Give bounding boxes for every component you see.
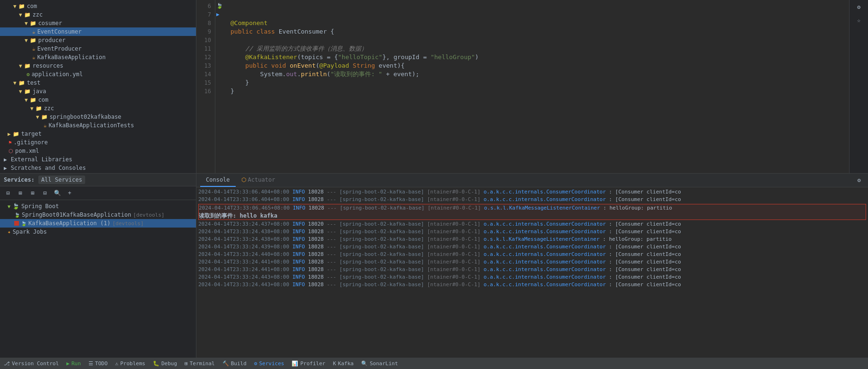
- tree-item-gitignore[interactable]: ⚑ .gitignore: [0, 138, 196, 147]
- folder-expand-icon: ▼: [19, 63, 22, 69]
- run-icon: ▶: [66, 360, 70, 367]
- sonarlint-label: SonarLint: [370, 360, 398, 367]
- todo-status[interactable]: ☰ TODO: [89, 360, 108, 367]
- sonarlint-status[interactable]: 🔍 SonarLint: [361, 360, 398, 367]
- tree-item-application-yml[interactable]: ⚙ application.yml: [0, 70, 196, 79]
- console-tab[interactable]: Console: [200, 174, 236, 187]
- kafka-label: Kafka: [338, 360, 354, 367]
- tree-item-test-com[interactable]: ▼ 📁 com: [0, 96, 196, 104]
- search-icon[interactable]: 🔍: [52, 188, 62, 198]
- tree-item-test-zzc[interactable]: ▼ 📁 zzc: [0, 104, 196, 113]
- kafka-status[interactable]: K Kafka: [333, 360, 354, 367]
- log-line: 2024-04-14T23:33:06.404+08:00 INFO 18028…: [198, 196, 866, 203]
- right-toolbar: ⚙ ☆: [849, 0, 868, 173]
- folder-icon: 📁: [41, 114, 48, 120]
- sonarlint-icon: 🔍: [361, 360, 368, 367]
- xml-file-icon: ⬡: [9, 148, 13, 154]
- service-item-label: SpringBoot01KafkaBaseApplication: [22, 211, 131, 218]
- actuator-icon: ⬡: [241, 176, 246, 183]
- tree-item-kafkabaseapp[interactable]: ☕ KafkaBaseApplication: [0, 53, 196, 62]
- tree-item-label: producer: [38, 37, 66, 44]
- console-tabs: Console ⬡ Actuator ⚙: [196, 174, 868, 187]
- service-spark-jobs[interactable]: ✦ Spark Jobs: [0, 228, 196, 236]
- add-icon[interactable]: +: [64, 188, 75, 198]
- service-kafkabase-running[interactable]: 🍃 KafkaBaseApplication (1) [devtools]: [0, 219, 196, 228]
- terminal-label: Terminal: [190, 360, 215, 367]
- collapse-all-icon[interactable]: ⊟: [3, 188, 13, 198]
- java-file-icon: ☕: [32, 29, 35, 35]
- folder-expand-icon: ▼: [36, 114, 39, 120]
- profiler-status[interactable]: 📊 Profiler: [292, 360, 325, 367]
- folder-expand-icon: ▼: [13, 80, 17, 86]
- tree-item-producer[interactable]: ▼ 📁 producer: [0, 36, 196, 44]
- log-line: 2024-04-14T23:33:24.441+08:00 INFO 18028…: [198, 266, 866, 273]
- log-line: 2024-04-14T23:33:24.438+08:00 INFO 18028…: [198, 228, 866, 236]
- expand-all-icon[interactable]: ⊞: [15, 188, 26, 198]
- run-status[interactable]: ▶ Run: [66, 360, 81, 367]
- terminal-status[interactable]: ⊞ Terminal: [185, 360, 215, 367]
- all-services-tab[interactable]: All Services: [38, 176, 85, 184]
- extlib-icon: ▶: [4, 157, 7, 163]
- version-control-label: Version Control: [12, 360, 59, 367]
- tree-item-target[interactable]: ▶ 📁 target: [0, 130, 196, 138]
- tree-item-external-libs[interactable]: ▶ External Libraries: [0, 155, 196, 164]
- devtools-badge-2: [devtools]: [112, 220, 143, 227]
- run-label: Run: [71, 360, 81, 367]
- problems-label: Problems: [120, 360, 145, 367]
- code-editor: 6 7 8 9 10 11 12 13 14 15 16 🍃 ▶: [196, 0, 849, 173]
- tree-item-eventproducer[interactable]: ☕ EventProducer: [0, 44, 196, 53]
- services-status[interactable]: ⚙ Services: [254, 360, 284, 367]
- tree-item-label: springboot02kafkabase: [50, 114, 122, 120]
- tree-item-resources[interactable]: ▼ 📁 resources: [0, 62, 196, 70]
- folder-icon: 📁: [13, 131, 19, 137]
- folder-icon: 📁: [30, 37, 36, 44]
- filter-icon[interactable]: ⊟: [40, 188, 50, 198]
- tree-item-scratches[interactable]: ▶ Scratches and Consoles: [0, 164, 196, 172]
- code-content[interactable]: @Component public class EventConsumer { …: [225, 0, 849, 173]
- debug-status[interactable]: 🐛 Debug: [153, 360, 177, 367]
- problems-icon: ⚠: [115, 360, 118, 367]
- running-indicator: [14, 221, 19, 226]
- tree-item-eventconsumer[interactable]: ☕ EventConsumer: [0, 27, 196, 36]
- settings-console-icon[interactable]: ⚙: [854, 175, 864, 185]
- tree-item-label: test: [27, 79, 41, 86]
- tree-item-label: com: [38, 97, 49, 103]
- group-icon[interactable]: ⊞: [27, 188, 38, 198]
- log-line: 2024-04-14T23:33:24.443+08:00 INFO 18028…: [198, 281, 866, 289]
- problems-status[interactable]: ⚠ Problems: [115, 360, 145, 367]
- log-line: 2024-04-14T23:33:24.439+08:00 INFO 18028…: [198, 243, 866, 251]
- tree-item-kafkabasetests[interactable]: ☕ KafkaBaseApplicationTests: [0, 121, 196, 130]
- services-label: Services:: [4, 176, 35, 183]
- service-springboot-group[interactable]: ▼ 🍃 Spring Boot: [0, 202, 196, 211]
- actuator-tab[interactable]: ⬡ Actuator: [236, 174, 281, 187]
- spring-icon-small: 🍃: [14, 212, 20, 218]
- bookmark-icon[interactable]: ☆: [854, 15, 864, 26]
- tree-item-com[interactable]: ▼ 📁 com: [0, 2, 196, 10]
- tree-item-zzc[interactable]: ▼ 📁 zzc: [0, 10, 196, 19]
- build-icon: 🔨: [222, 360, 229, 367]
- tree-item-test-java[interactable]: ▼ 📁 java: [0, 87, 196, 96]
- tree-item-springboot02kafkabase[interactable]: ▼ 📁 springboot02kafkabase: [0, 113, 196, 121]
- profiler-icon: 📊: [292, 360, 298, 367]
- tree-item-label: .gitignore: [14, 139, 48, 146]
- version-control-status[interactable]: ⎇ Version Control: [4, 360, 59, 367]
- tree-item-pom-xml[interactable]: ⬡ pom.xml: [0, 147, 196, 155]
- log-line-highlight: 2024-04-14T23:33:06.465+08:00 INFO 18028…: [199, 204, 866, 212]
- log-line: 2024-04-14T23:33:24.440+08:00 INFO 18028…: [198, 251, 866, 258]
- tree-item-cosumer[interactable]: ▼ 📁 cosumer: [0, 19, 196, 27]
- settings-icon[interactable]: ⚙: [854, 2, 864, 12]
- service-springboot01[interactable]: 🍃 SpringBoot01KafkaBaseApplication [devt…: [0, 211, 196, 219]
- log-line: 2024-04-14T23:33:24.441+08:00 INFO 18028…: [198, 258, 866, 266]
- services-icon: ⚙: [254, 360, 257, 367]
- event-message-line: 读取到的事件: hello kafka: [199, 212, 866, 220]
- kafka-icon: K: [333, 360, 336, 367]
- folder-icon: 📁: [24, 63, 31, 69]
- line-numbers: 6 7 8 9 10 11 12 13 14 15 16: [196, 0, 215, 173]
- devtools-badge: [devtools]: [133, 212, 164, 218]
- tree-item-label: application.yml: [32, 71, 83, 78]
- debug-label: Debug: [161, 360, 177, 367]
- tree-item-label: resources: [33, 62, 63, 69]
- build-status[interactable]: 🔨 Build: [222, 360, 247, 367]
- tree-item-label: zzc: [33, 11, 43, 18]
- tree-item-test[interactable]: ▼ 📁 test: [0, 79, 196, 87]
